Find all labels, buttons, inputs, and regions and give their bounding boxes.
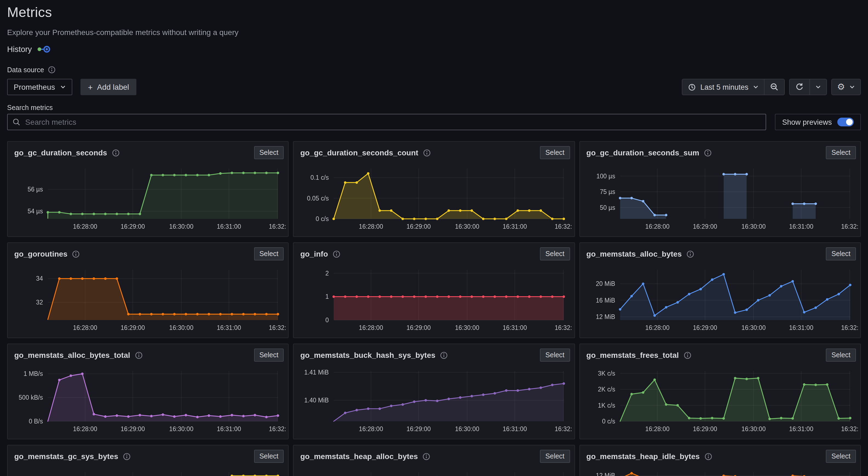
- controls-row: Prometheus + Add label Last 5 minutes: [7, 79, 861, 95]
- svg-text:100 µs: 100 µs: [596, 173, 615, 180]
- metric-panel: go_gc_duration_seconds_sum Select 16:28:…: [579, 141, 861, 237]
- search-input[interactable]: [24, 117, 761, 127]
- metric-panels-grid: go_gc_duration_seconds Select 16:28:0016…: [7, 141, 861, 476]
- metric-preview-chart[interactable]: 16:28:0016:29:0016:30:0016:31:0016:32:3.…: [8, 463, 288, 476]
- metric-panel: go_memstats_heap_alloc_bytes Select 16:2…: [293, 445, 575, 476]
- select-button[interactable]: Select: [254, 146, 284, 159]
- add-label-button[interactable]: + Add label: [81, 79, 136, 95]
- metric-preview-chart[interactable]: 16:28:0016:29:0016:30:0016:31:0016:32:3K…: [580, 362, 860, 439]
- panel-title: go_memstats_alloc_bytes: [586, 249, 682, 258]
- toggle-knob: [846, 119, 852, 125]
- svg-text:16:29:00: 16:29:00: [407, 223, 431, 230]
- svg-text:32: 32: [36, 299, 43, 306]
- panel-header: go_memstats_alloc_bytes Select: [580, 243, 860, 261]
- info-icon[interactable]: [422, 452, 430, 461]
- info-icon[interactable]: [440, 351, 448, 359]
- metric-preview-chart[interactable]: 16:28:0016:29:0016:30:0016:31:0016:32:10…: [580, 159, 860, 237]
- chevron-down-icon: [849, 84, 855, 90]
- select-button[interactable]: Select: [254, 348, 284, 362]
- info-icon[interactable]: [333, 250, 341, 258]
- info-icon[interactable]: [112, 148, 120, 157]
- select-button[interactable]: Select: [826, 146, 856, 159]
- svg-text:500 kB/s: 500 kB/s: [19, 394, 43, 401]
- info-icon[interactable]: [123, 452, 131, 461]
- svg-text:16:30:00: 16:30:00: [455, 324, 479, 331]
- time-picker-group: Last 5 minutes: [682, 79, 785, 95]
- svg-text:16:31:00: 16:31:00: [503, 324, 527, 331]
- show-previews-toggle[interactable]: [837, 117, 854, 126]
- select-button[interactable]: Select: [826, 348, 856, 362]
- select-button[interactable]: Select: [540, 146, 570, 159]
- info-icon[interactable]: [72, 250, 80, 258]
- metric-preview-chart[interactable]: 16:28:0016:29:0016:30:0016:31:0016:32:21…: [294, 261, 575, 338]
- svg-text:50 µs: 50 µs: [600, 204, 615, 211]
- panel-title: go_gc_duration_seconds_count: [300, 148, 418, 157]
- show-previews-control[interactable]: Show previews: [775, 114, 861, 130]
- panel-title: go_memstats_gc_sys_bytes: [14, 452, 118, 461]
- metric-preview-chart[interactable]: 16:28:0016:29:0016:30:0016:31:0016:32:34…: [8, 261, 288, 338]
- select-button[interactable]: Select: [540, 247, 570, 261]
- svg-text:3K c/s: 3K c/s: [598, 370, 615, 377]
- time-range-button[interactable]: Last 5 minutes: [682, 79, 764, 95]
- select-button[interactable]: Select: [254, 247, 284, 261]
- svg-text:16:30:00: 16:30:00: [741, 324, 766, 331]
- panel-title: go_info: [300, 249, 328, 258]
- info-icon[interactable]: [686, 250, 694, 258]
- svg-text:16:31:00: 16:31:00: [789, 324, 813, 331]
- refresh-button[interactable]: [789, 79, 809, 95]
- metric-preview-chart[interactable]: 16:28:0016:29:0016:30:0016:31:0016:32:20…: [294, 463, 575, 476]
- panel-header: go_gc_duration_seconds Select: [8, 142, 288, 159]
- history-icon: [37, 45, 51, 54]
- info-icon[interactable]: [48, 66, 56, 74]
- info-icon[interactable]: [423, 148, 431, 157]
- metric-preview-chart[interactable]: 16:28:0016:29:0016:30:0016:31:0016:32:1.…: [294, 362, 575, 439]
- svg-text:16:32:: 16:32:: [269, 426, 286, 433]
- datasource-picker[interactable]: Prometheus: [7, 79, 72, 95]
- svg-text:16:32:: 16:32:: [841, 324, 858, 331]
- svg-text:34: 34: [36, 275, 43, 282]
- zoom-out-button[interactable]: [764, 79, 784, 95]
- select-button[interactable]: Select: [540, 450, 570, 463]
- datasource-label-row: Data source: [7, 66, 861, 74]
- metric-preview-chart[interactable]: 16:28:0016:29:0016:30:0016:31:0016:32:12…: [580, 463, 860, 476]
- info-icon[interactable]: [134, 351, 143, 359]
- svg-text:16:31:00: 16:31:00: [217, 324, 241, 331]
- svg-text:16:32:: 16:32:: [555, 223, 572, 230]
- svg-text:0.05 c/s: 0.05 c/s: [307, 195, 329, 202]
- metric-preview-chart[interactable]: 16:28:0016:29:0016:30:0016:31:0016:32:20…: [580, 261, 860, 338]
- history-toggle[interactable]: History: [7, 45, 51, 54]
- panel-header: go_gc_duration_seconds_sum Select: [580, 142, 860, 159]
- panel-title: go_memstats_heap_idle_bytes: [586, 452, 700, 461]
- select-button[interactable]: Select: [540, 348, 570, 362]
- svg-text:16:28:00: 16:28:00: [73, 426, 97, 433]
- info-icon[interactable]: [704, 452, 712, 461]
- panel-header: go_memstats_heap_idle_bytes Select: [580, 445, 860, 463]
- refresh-interval-button[interactable]: [810, 79, 826, 95]
- info-icon[interactable]: [704, 148, 712, 157]
- panel-header: go_memstats_frees_total Select: [580, 344, 860, 362]
- panel-header: go_memstats_gc_sys_bytes Select: [8, 445, 288, 463]
- svg-text:2K c/s: 2K c/s: [598, 386, 615, 393]
- settings-button[interactable]: ⚙: [832, 79, 860, 95]
- panel-title: go_memstats_frees_total: [586, 351, 679, 360]
- metric-preview-chart[interactable]: 16:28:0016:29:0016:30:0016:31:0016:32:1 …: [8, 362, 288, 439]
- metric-panel: go_memstats_buck_hash_sys_bytes Select 1…: [293, 344, 575, 439]
- svg-text:16:31:00: 16:31:00: [789, 426, 813, 433]
- select-button[interactable]: Select: [826, 450, 856, 463]
- svg-text:16:30:00: 16:30:00: [455, 426, 479, 433]
- svg-text:16 MiB: 16 MiB: [595, 297, 615, 304]
- svg-text:16:32:: 16:32:: [841, 223, 858, 230]
- info-icon[interactable]: [683, 351, 691, 359]
- metric-preview-chart[interactable]: 16:28:0016:29:0016:30:0016:31:0016:32:56…: [8, 159, 288, 237]
- svg-text:16:30:00: 16:30:00: [455, 223, 479, 230]
- select-button[interactable]: Select: [254, 450, 284, 463]
- metric-panel: go_gc_duration_seconds_count Select 16:2…: [293, 141, 575, 237]
- svg-text:16:31:00: 16:31:00: [503, 426, 527, 433]
- select-button[interactable]: Select: [826, 247, 856, 261]
- metric-preview-chart[interactable]: 16:28:0016:29:0016:30:0016:31:0016:32:0.…: [294, 159, 575, 237]
- svg-text:16:28:00: 16:28:00: [645, 223, 670, 230]
- svg-text:16:28:00: 16:28:00: [73, 223, 97, 230]
- search-row: Show previews: [7, 114, 861, 130]
- svg-text:16:32:: 16:32:: [841, 426, 858, 433]
- svg-text:16:29:00: 16:29:00: [121, 324, 145, 331]
